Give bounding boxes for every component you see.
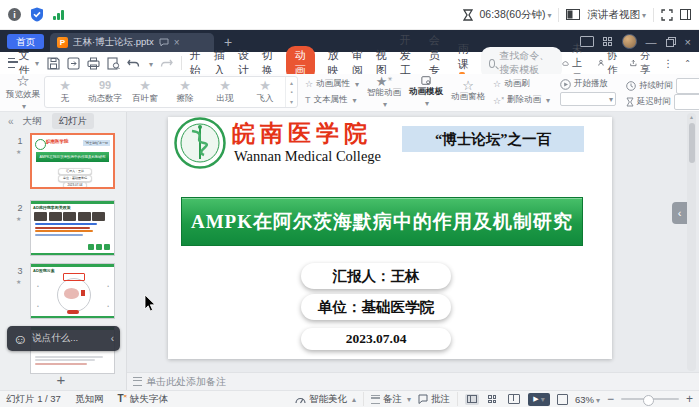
fullscreen-icon[interactable] bbox=[661, 9, 673, 21]
zoom-in-button[interactable]: + bbox=[686, 394, 693, 404]
undo-icon[interactable] bbox=[127, 58, 140, 69]
delay-spinner[interactable] bbox=[674, 94, 699, 110]
scroll-up-icon[interactable]: ▴ bbox=[688, 113, 695, 120]
notes-icon bbox=[371, 395, 380, 404]
collapse-ribbon-icon[interactable]: ⌃ bbox=[684, 59, 691, 68]
tab-outline[interactable]: 大纲 bbox=[23, 115, 42, 128]
animation-pane-button[interactable]: ☆ 动画窗格 bbox=[451, 76, 485, 108]
slideshow-play-button[interactable]: ▶ bbox=[528, 393, 550, 406]
forum-series-box[interactable]: “博士论坛”之一百 bbox=[402, 126, 584, 152]
slide-canvas: 皖南医学院 Wannan Medical College “博士论坛”之一百 A… bbox=[127, 112, 699, 372]
delete-animation-button[interactable]: ☆× 删除动画 bbox=[493, 94, 550, 106]
star-icon: ★ bbox=[179, 79, 191, 92]
slide-sorter-view-button[interactable] bbox=[486, 394, 500, 405]
brush-star-icon: ☆ bbox=[493, 80, 501, 89]
undo-dropdown-icon[interactable] bbox=[147, 57, 153, 69]
right-panel-collapse-button[interactable]: ‹ bbox=[672, 202, 687, 224]
delay-field: 延迟时间 bbox=[626, 94, 699, 110]
start-play-button[interactable]: 开始播放 bbox=[560, 78, 616, 90]
anim-dynamic-number[interactable]: 99 动态数字 bbox=[85, 77, 125, 107]
export-icon[interactable] bbox=[67, 57, 80, 70]
mouse-cursor bbox=[144, 295, 156, 312]
anim-none[interactable]: ★ 无 bbox=[45, 77, 85, 107]
side-panel-icon[interactable] bbox=[680, 9, 691, 20]
zoom-slider[interactable] bbox=[621, 398, 679, 400]
unit-pill[interactable]: 单位：基础医学院 bbox=[301, 294, 451, 320]
share-button[interactable]: 分享 bbox=[630, 49, 653, 77]
scrollbar-thumb[interactable] bbox=[689, 123, 695, 163]
date-pill[interactable]: 2023.07.04 bbox=[301, 328, 451, 350]
smiley-icon[interactable]: ☺ bbox=[13, 332, 27, 346]
tab-slides[interactable]: 幻灯片 bbox=[52, 113, 95, 129]
info-icon[interactable]: i bbox=[8, 8, 21, 21]
animation-template-button[interactable]: 动画模板 bbox=[409, 76, 443, 108]
smart-animation-button[interactable]: ★✳ 智能动画 bbox=[367, 76, 401, 108]
animation-select-combobox[interactable] bbox=[560, 92, 616, 106]
duration-spinner[interactable] bbox=[676, 78, 699, 94]
animation-properties-button[interactable]: ☆ 动画属性 bbox=[305, 78, 359, 90]
zoom-level[interactable]: 63% bbox=[575, 394, 600, 405]
preview-effects-button[interactable]: ☆ 预览效果 bbox=[6, 76, 40, 108]
more-options-icon[interactable]: ⋮ bbox=[663, 58, 674, 69]
gallery-scroll[interactable]: ▴▪▾ bbox=[285, 77, 297, 107]
close-tab-icon[interactable]: × bbox=[174, 37, 180, 48]
network-signal-icon bbox=[53, 9, 64, 20]
vertical-scrollbar[interactable]: ▴ bbox=[687, 113, 696, 371]
template-source[interactable]: 觅知网 bbox=[75, 393, 104, 406]
slide-title-banner[interactable]: AMPK在阿尔茨海默病中的作用及机制研究 bbox=[181, 197, 583, 246]
slide-number: 3 bbox=[14, 266, 26, 276]
clock-icon bbox=[626, 81, 636, 91]
presenter-topbar: i 06:38(60分钟) 演讲者视图 bbox=[0, 0, 699, 30]
slide-thumbnail-1[interactable]: 皖南医学院 “博士论坛”之一百 AMPK在阿尔茨海默病中的作用及机制研究 汇报人… bbox=[30, 133, 115, 189]
school-logo bbox=[174, 117, 226, 169]
print-icon[interactable] bbox=[87, 57, 100, 70]
share-label: 分享 bbox=[640, 49, 653, 77]
comment-icon bbox=[418, 394, 428, 404]
presenter-pill[interactable]: 汇报人：王林 bbox=[301, 263, 451, 289]
print-preview-icon[interactable] bbox=[107, 57, 120, 70]
collapse-panel-icon[interactable]: « bbox=[8, 116, 13, 127]
presenter-view-button[interactable]: 演讲者视图 bbox=[587, 8, 646, 22]
redo-icon[interactable] bbox=[160, 58, 173, 69]
notes-placeholder: 单击此处添加备注 bbox=[146, 375, 226, 389]
presentation-timer[interactable]: 06:38(60分钟) bbox=[480, 8, 552, 22]
notes-bar[interactable]: 单击此处添加备注 bbox=[127, 372, 699, 390]
anim-wipe[interactable]: ★ 擦除 bbox=[165, 77, 205, 107]
slide-1-editor[interactable]: 皖南医学院 Wannan Medical College “博士论坛”之一百 A… bbox=[168, 117, 612, 359]
notes-toggle-button[interactable]: 备注 bbox=[371, 393, 411, 406]
document-tab-title: 王林·博士论坛.pptx bbox=[73, 36, 154, 49]
anim-blinds[interactable]: ★ 百叶窗 bbox=[125, 77, 165, 107]
smart-beautify-button[interactable]: 智能美化 bbox=[295, 393, 356, 406]
search-icon bbox=[489, 59, 495, 68]
text-properties-button[interactable]: T 文本属性 bbox=[305, 94, 359, 106]
mini-icons bbox=[88, 244, 110, 250]
danmaku-chat-input[interactable]: ☺ 说点什么... ‹ bbox=[7, 326, 120, 351]
school-name-en[interactable]: Wannan Medical College bbox=[234, 148, 381, 165]
school-name-cn[interactable]: 皖南医学院 bbox=[232, 118, 372, 149]
slide-thumbnail-2[interactable]: AD流行病学相关政策 bbox=[30, 200, 115, 256]
chat-collapse-icon[interactable]: ‹ bbox=[111, 333, 114, 344]
hourglass-icon bbox=[626, 97, 634, 107]
add-slide-button[interactable]: + bbox=[46, 372, 76, 388]
save-icon[interactable] bbox=[47, 57, 60, 70]
anim-fly-in[interactable]: ★ 飞入 bbox=[245, 77, 285, 107]
missing-font-button[interactable]: T× 缺失字体 bbox=[117, 393, 168, 406]
play-circle-icon bbox=[560, 79, 571, 90]
slide-thumbnail-3[interactable]: AD发病因素 ● ● ● ● bbox=[30, 263, 115, 319]
collab-button[interactable]: 协作 bbox=[598, 49, 620, 77]
home-tab[interactable]: 首页 bbox=[7, 34, 44, 49]
comments-button[interactable]: 批注 bbox=[418, 393, 450, 406]
zoom-slider-thumb[interactable] bbox=[643, 395, 654, 406]
number-99-icon: 99 bbox=[99, 79, 111, 92]
presenter-view-icon bbox=[566, 9, 580, 20]
fit-window-icon[interactable] bbox=[557, 394, 568, 405]
chat-bubble-icon[interactable] bbox=[159, 38, 169, 47]
security-shield-icon[interactable] bbox=[30, 7, 44, 22]
normal-view-button[interactable] bbox=[465, 394, 479, 405]
anim-appear[interactable]: ★ 出现 bbox=[205, 77, 245, 107]
star-icon: ★ bbox=[219, 79, 231, 92]
zoom-out-button[interactable]: − bbox=[607, 394, 614, 404]
missing-font-icon: T× bbox=[117, 393, 127, 404]
animation-painter-button[interactable]: ☆ 动画刷 bbox=[493, 78, 550, 90]
reading-view-button[interactable] bbox=[507, 394, 521, 405]
